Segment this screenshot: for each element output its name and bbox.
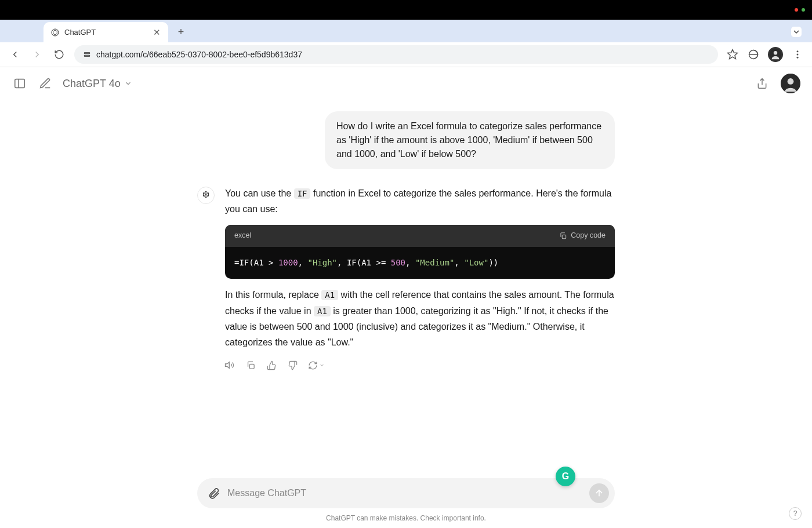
svg-rect-1: [84, 53, 89, 54]
browser-tab-bar: ChatGPT ✕ +: [0, 20, 812, 42]
assistant-message: You can use the IF function in Excel to …: [197, 185, 615, 371]
assistant-avatar-icon: [197, 187, 215, 204]
back-button[interactable]: [8, 48, 22, 61]
browser-tab[interactable]: ChatGPT ✕: [44, 22, 168, 42]
disclaimer-text: ChatGPT can make mistakes. Check importa…: [326, 514, 486, 522]
svg-point-5: [774, 51, 777, 54]
svg-rect-14: [249, 364, 254, 369]
send-button[interactable]: [589, 483, 609, 503]
svg-point-7: [797, 54, 799, 56]
app-header: ChatGPT 4o: [0, 67, 812, 100]
sidebar-toggle-button[interactable]: [12, 75, 28, 92]
status-dot: [795, 8, 798, 12]
assistant-paragraph: You can use the IF function in Excel to …: [225, 185, 615, 217]
thumbs-up-button[interactable]: [266, 359, 277, 371]
user-message: How do I write an Excel formula to categ…: [197, 111, 615, 169]
status-dot: [802, 8, 805, 12]
browser-menu-button[interactable]: [791, 48, 804, 61]
message-input[interactable]: [222, 488, 589, 498]
reload-button[interactable]: [52, 48, 66, 61]
share-button[interactable]: [754, 75, 770, 92]
read-aloud-button[interactable]: [224, 359, 235, 371]
extension-icon[interactable]: [747, 48, 760, 61]
site-info-icon[interactable]: [82, 50, 92, 59]
copy-message-button[interactable]: [245, 359, 256, 371]
svg-rect-9: [15, 79, 25, 88]
svg-point-8: [797, 57, 799, 59]
model-selector[interactable]: ChatGPT 4o: [63, 78, 132, 90]
forward-button[interactable]: [30, 48, 44, 61]
assistant-paragraph: In this formula, replace A1 with the cel…: [225, 287, 615, 350]
main-content: How do I write an Excel formula to categ…: [0, 100, 812, 371]
chatgpt-favicon-icon: [50, 28, 60, 37]
model-label: ChatGPT 4o: [63, 78, 121, 90]
message-actions: [224, 359, 615, 371]
tab-close-button[interactable]: ✕: [152, 28, 161, 37]
attach-file-button[interactable]: [206, 486, 222, 501]
browser-toolbar: chatgpt.com/c/66eab525-0370-8002-bee0-ef…: [0, 42, 812, 67]
address-bar[interactable]: chatgpt.com/c/66eab525-0370-8002-bee0-ef…: [74, 45, 718, 64]
svg-rect-2: [84, 55, 89, 56]
grammarly-badge-icon[interactable]: G: [556, 467, 575, 486]
tab-title: ChatGPT: [64, 28, 147, 37]
inline-code: IF: [294, 188, 311, 199]
code-language-label: excel: [234, 230, 251, 242]
tabs-dropdown-button[interactable]: [791, 27, 802, 37]
os-menubar: [0, 0, 812, 20]
inline-code: A1: [314, 306, 331, 316]
regenerate-button[interactable]: [307, 359, 325, 371]
svg-point-12: [788, 78, 794, 85]
profile-avatar-button[interactable]: [768, 47, 783, 62]
thumbs-down-button[interactable]: [287, 359, 298, 371]
new-tab-button[interactable]: +: [173, 24, 189, 40]
input-area: G ChatGPT can make mistakes. Check impor…: [0, 478, 812, 528]
inline-code: A1: [321, 290, 338, 300]
copy-icon: [559, 232, 567, 240]
svg-rect-13: [562, 235, 566, 238]
new-chat-button[interactable]: [37, 75, 53, 92]
message-input-container: G: [197, 478, 615, 508]
code-content: =IF(A1 > 1000, "High", IF(A1 >= 500, "Me…: [225, 247, 615, 279]
help-button[interactable]: ?: [789, 507, 802, 520]
bookmark-star-button[interactable]: [726, 48, 739, 61]
chevron-down-icon: [124, 79, 132, 88]
user-avatar-button[interactable]: [781, 74, 800, 93]
copy-code-button[interactable]: Copy code: [559, 230, 606, 242]
url-text: chatgpt.com/c/66eab525-0370-8002-bee0-ef…: [96, 50, 302, 59]
svg-point-6: [797, 50, 799, 52]
code-block: excel Copy code =IF(A1 > 1000, "High", I…: [225, 225, 615, 279]
user-message-bubble: How do I write an Excel formula to categ…: [325, 111, 615, 169]
